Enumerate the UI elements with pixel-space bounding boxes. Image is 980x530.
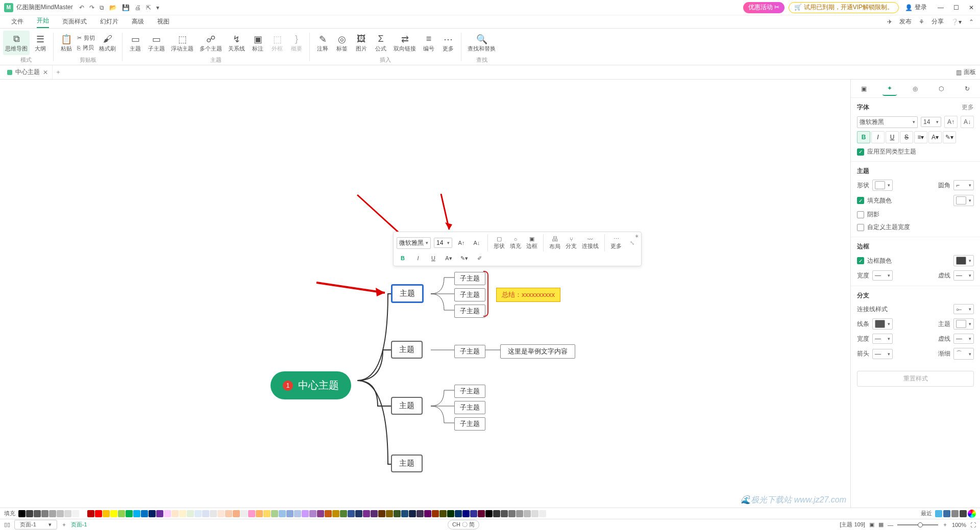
tab-history[interactable]: ↻ <box>960 82 974 96</box>
redo-icon[interactable]: ↷ <box>89 4 94 11</box>
color-swatch[interactable] <box>87 510 94 517</box>
subtopic-node[interactable]: 子主题 <box>454 417 485 431</box>
color-swatch[interactable] <box>225 510 232 517</box>
color-swatch[interactable] <box>217 510 225 517</box>
color-swatch[interactable] <box>516 510 523 517</box>
arrow-select[interactable]: —▾ <box>872 349 893 359</box>
document-tab[interactable]: 中心主题 ✕ <box>3 65 53 79</box>
menu-file[interactable]: 文件 <box>11 17 23 28</box>
highlight-button[interactable]: ✎▾ <box>458 253 470 264</box>
color-swatch[interactable] <box>455 510 462 517</box>
tab-close-icon[interactable]: ✕ <box>43 69 48 76</box>
shadow-checkbox[interactable] <box>857 211 864 218</box>
paste-button[interactable]: 📋粘贴 <box>58 31 75 55</box>
color-swatch[interactable] <box>317 510 324 517</box>
format-painter-button[interactable]: 🖌格式刷 <box>97 31 118 55</box>
add-tab-button[interactable]: ＋ <box>53 68 64 77</box>
color-swatch[interactable] <box>439 510 447 517</box>
fill-color-select[interactable]: ▾ <box>953 195 974 206</box>
subtopic-node[interactable]: 子主题 <box>454 288 485 301</box>
login-button[interactable]: 👤 登录 <box>905 3 927 12</box>
recent-color-swatch[interactable] <box>943 510 950 517</box>
subtopic-node[interactable]: 子主题 <box>454 305 485 318</box>
color-swatch[interactable] <box>64 510 71 517</box>
maximize-button[interactable]: ☐ <box>951 4 961 11</box>
zoom-slider[interactable] <box>897 524 938 525</box>
recent-color-swatch[interactable] <box>960 510 967 517</box>
color-swatch[interactable] <box>26 510 33 517</box>
summary-button[interactable]: }概要 <box>288 31 305 55</box>
color-swatch[interactable] <box>41 510 48 517</box>
reset-style-button[interactable]: 重置样式 <box>857 371 974 387</box>
side-size-select[interactable]: 14▾ <box>921 117 941 127</box>
mode-mindmap-button[interactable]: ⧉思维导图 <box>3 31 30 55</box>
number-button[interactable]: ≡编号 <box>420 31 437 55</box>
open-icon[interactable]: 📂 <box>109 4 117 11</box>
color-swatch[interactable] <box>80 510 87 517</box>
callout-button[interactable]: ▣标注 <box>249 31 266 55</box>
color-swatch[interactable] <box>57 510 64 517</box>
share-icon[interactable]: ⚘ <box>919 18 924 26</box>
color-swatch[interactable] <box>371 510 378 517</box>
relation-button[interactable]: ↯关系线 <box>226 31 247 55</box>
close-button[interactable]: ✕ <box>967 4 976 11</box>
color-swatch[interactable] <box>493 510 500 517</box>
color-swatch[interactable] <box>156 510 163 517</box>
topic-node-3[interactable]: 主题 <box>391 397 423 415</box>
color-swatch[interactable] <box>248 510 255 517</box>
subtopic-node[interactable]: 子主题 <box>454 272 485 285</box>
color-swatch[interactable] <box>179 510 186 517</box>
color-swatch[interactable] <box>348 510 355 517</box>
color-swatch[interactable] <box>531 510 538 517</box>
share-label[interactable]: 分享 <box>932 17 944 26</box>
side-decrease-font[interactable]: A↓ <box>961 116 974 128</box>
color-swatch[interactable] <box>294 510 301 517</box>
view-icon-2[interactable]: ▦ <box>878 521 884 528</box>
publish-icon[interactable]: ✈ <box>887 18 892 26</box>
color-swatch[interactable] <box>210 510 217 517</box>
font-color-button[interactable]: A▾ <box>443 253 455 264</box>
branch-topic-select[interactable]: ▾ <box>953 318 974 330</box>
underline-button[interactable]: U <box>427 253 439 264</box>
view-icon-1[interactable]: ▣ <box>869 521 874 528</box>
font-more-link[interactable]: 更多 <box>962 103 974 112</box>
menu-advanced[interactable]: 高级 <box>132 17 144 28</box>
color-swatch[interactable] <box>95 510 102 517</box>
export-icon[interactable]: ⇱ <box>146 4 151 11</box>
apply-all-checkbox[interactable]: ✓ <box>857 148 864 156</box>
shape-select[interactable]: ▾ <box>872 180 893 191</box>
color-swatch[interactable] <box>256 510 263 517</box>
decrease-font-button[interactable]: A↓ <box>471 237 483 248</box>
hyperlink-button[interactable]: ⇄双向链接 <box>391 31 418 55</box>
color-swatch[interactable] <box>202 510 209 517</box>
color-swatch[interactable] <box>126 510 133 517</box>
summary-note[interactable]: 总结：xxxxxxxxxx <box>496 288 560 302</box>
color-swatch[interactable] <box>432 510 439 517</box>
branch-width-select[interactable]: —▾ <box>872 334 893 344</box>
color-swatch[interactable] <box>386 510 393 517</box>
minimize-button[interactable]: — <box>936 4 945 11</box>
pin-icon[interactable]: ✶ <box>634 233 639 240</box>
menu-page-style[interactable]: 页面样式 <box>62 17 87 28</box>
side-font-color-button[interactable]: A▾ <box>928 131 942 143</box>
color-swatch[interactable] <box>118 510 125 517</box>
tab-page[interactable]: ▣ <box>856 82 871 96</box>
promo-badge-1[interactable]: 优惠活动 ✂ <box>743 2 785 13</box>
dash-select[interactable]: —▾ <box>953 270 974 281</box>
tab-clipart[interactable]: ⬡ <box>934 82 948 96</box>
center-topic-node[interactable]: 1 中心主题 <box>271 371 351 399</box>
topic-button[interactable]: ▭主题 <box>127 31 144 55</box>
color-swatch[interactable] <box>524 510 531 517</box>
image-button[interactable]: 🖼图片 <box>353 31 370 55</box>
copy-button[interactable]: ⎘拷贝 <box>77 44 95 52</box>
ime-indicator[interactable]: CH 〇 简 <box>448 520 479 529</box>
panel-toggle-button[interactable]: ▥ 面板 <box>956 68 980 77</box>
zoom-out-button[interactable]: — <box>888 522 893 528</box>
help-icon[interactable]: ❔▾ <box>951 18 962 26</box>
color-swatch[interactable] <box>149 510 156 517</box>
fit-view-icon[interactable]: ⛶ <box>970 522 976 528</box>
float-fill-button[interactable]: ○填充 <box>509 237 522 248</box>
side-italic-button[interactable]: I <box>871 131 885 143</box>
branch-dash-select[interactable]: —▾ <box>953 334 974 344</box>
color-swatch[interactable] <box>355 510 362 517</box>
